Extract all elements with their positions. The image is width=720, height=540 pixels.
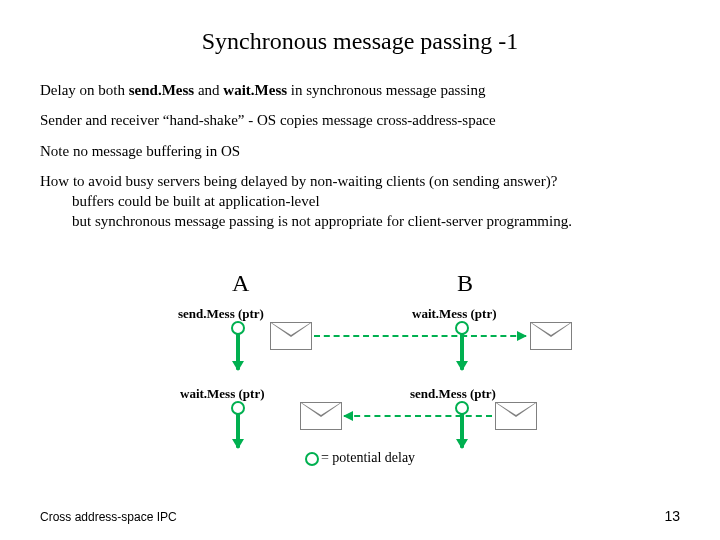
delay-dot-b1 bbox=[455, 321, 469, 335]
envelope-a1-icon bbox=[270, 322, 312, 350]
legend-text: potential delay bbox=[329, 450, 415, 465]
p1-d: wait.Mess bbox=[223, 82, 287, 98]
body-text: Delay on both send.Mess and wait.Mess in… bbox=[40, 80, 680, 242]
label-send-b: send.Mess (ptr) bbox=[410, 386, 496, 402]
paragraph-3: Note no message buffering in OS bbox=[40, 141, 680, 161]
paragraph-1: Delay on both send.Mess and wait.Mess in… bbox=[40, 80, 680, 100]
p1-b: send.Mess bbox=[129, 82, 194, 98]
p1-e: in synchronous message passing bbox=[287, 82, 485, 98]
paragraph-4: How to avoid busy servers being delayed … bbox=[40, 171, 680, 232]
legend-dot-icon bbox=[305, 452, 319, 466]
legend-eq: = bbox=[321, 450, 329, 465]
column-b-label: B bbox=[457, 270, 473, 297]
p4-line2: buffers could be built at application-le… bbox=[40, 193, 320, 209]
envelope-b1-icon bbox=[530, 322, 572, 350]
p1-c: and bbox=[194, 82, 223, 98]
p1-a: Delay on both bbox=[40, 82, 129, 98]
label-send-a: send.Mess (ptr) bbox=[178, 306, 264, 322]
envelope-a2-icon bbox=[300, 402, 342, 430]
envelope-b2-icon bbox=[495, 402, 537, 430]
label-wait-b: wait.Mess (ptr) bbox=[412, 306, 496, 322]
page-title: Synchronous message passing -1 bbox=[0, 28, 720, 55]
legend: = potential delay bbox=[0, 450, 720, 466]
message-b-to-a-arrow bbox=[344, 415, 492, 417]
delay-dot-b2 bbox=[455, 401, 469, 415]
message-a-to-b-arrow bbox=[314, 335, 526, 337]
footer-left: Cross address-space IPC bbox=[40, 510, 177, 524]
p4-line3: but synchronous message passing is not a… bbox=[40, 213, 572, 229]
p4-line1: How to avoid busy servers being delayed … bbox=[40, 173, 557, 189]
paragraph-2: Sender and receiver “hand-shake” - OS co… bbox=[40, 110, 680, 130]
page-number: 13 bbox=[664, 508, 680, 524]
delay-dot-a2 bbox=[231, 401, 245, 415]
label-wait-a: wait.Mess (ptr) bbox=[180, 386, 264, 402]
delay-dot-a1 bbox=[231, 321, 245, 335]
diagram: A B send.Mess (ptr) wait.Mess (ptr) wait… bbox=[0, 270, 720, 480]
column-a-label: A bbox=[232, 270, 249, 297]
